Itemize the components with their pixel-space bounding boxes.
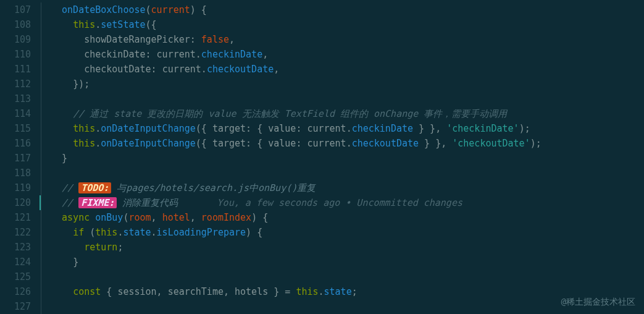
line-number: 122 (0, 225, 38, 240)
line-number: 109 (0, 32, 38, 47)
line-number: 113 (0, 91, 38, 106)
code-line-blank (51, 166, 644, 180)
code-line[interactable]: } (51, 151, 644, 166)
code-line[interactable]: return; (51, 240, 644, 255)
code-line[interactable]: if (this.state.isLoadingPrepare) { (51, 225, 644, 240)
code-line[interactable]: const { session, searchTime, hotels } = … (51, 284, 644, 299)
fixme-comment: // FIXME: 消除重复代码 You, a few seconds ago … (51, 195, 644, 210)
line-number-gutter: 1071081091101111121131141151161171181191… (0, 2, 38, 314)
line-number: 111 (0, 62, 38, 77)
git-blame-annotation: You, a few seconds ago • Uncommitted cha… (217, 197, 462, 208)
line-number: 114 (0, 106, 38, 121)
indent-guides (38, 2, 51, 314)
code-line-blank (51, 269, 644, 284)
code-editor[interactable]: 1071081091101111121131141151161171181191… (0, 0, 644, 314)
code-line[interactable]: this.onDateInputChange({ target: { value… (51, 136, 644, 151)
fixme-badge: FIXME: (78, 197, 117, 208)
code-line[interactable]: onDateBoxChoose(current) { (51, 2, 644, 17)
code-line[interactable]: showDateRangePicker: false, (51, 32, 644, 47)
code-line[interactable]: }); (51, 77, 644, 91)
line-number: 117 (0, 151, 38, 166)
line-number: 110 (0, 47, 38, 62)
code-line-blank (51, 299, 644, 314)
line-number: 119 (0, 180, 38, 195)
code-line-blank (51, 91, 644, 106)
line-number: 107 (0, 2, 38, 17)
line-number: 116 (0, 136, 38, 151)
line-number: 112 (0, 77, 38, 91)
code-line[interactable]: async onBuy(room, hotel, roomIndex) { (51, 210, 644, 225)
code-line[interactable]: checkoutDate: current.checkoutDate, (51, 62, 644, 77)
todo-comment: // TODO: 与pages/hotels/search.js中onBuy()… (51, 180, 644, 195)
watermark-text: @稀土掘金技术社区 (561, 294, 635, 309)
line-number: 118 (0, 166, 38, 180)
line-number: 125 (0, 269, 38, 284)
code-line[interactable]: checkinDate: current.checkinDate, (51, 47, 644, 62)
todo-badge: TODO: (78, 182, 111, 193)
code-content[interactable]: onDateBoxChoose(current) { this.setState… (51, 2, 644, 314)
code-comment: // 通过 state 更改的日期的 value 无法触发 TextField … (51, 106, 644, 121)
code-line[interactable]: this.setState({ (51, 17, 644, 32)
line-number: 121 (0, 210, 38, 225)
line-number: 115 (0, 121, 38, 136)
line-number: 123 (0, 240, 38, 255)
code-line[interactable]: this.onDateInputChange({ target: { value… (51, 121, 644, 136)
line-number: 126 (0, 284, 38, 299)
line-number: 124 (0, 255, 38, 269)
line-number: 127 (0, 299, 38, 314)
line-number: 108 (0, 17, 38, 32)
code-line[interactable]: } (51, 255, 644, 269)
line-number: 120 (0, 195, 38, 210)
